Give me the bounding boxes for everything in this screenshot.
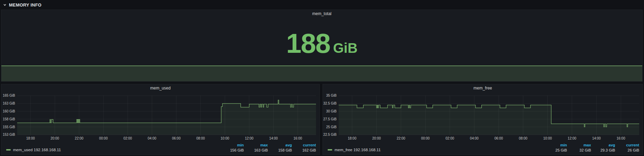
- stat-value-current: 26 GiB: [627, 148, 639, 153]
- svg-text:153 GiB: 153 GiB: [3, 133, 15, 136]
- svg-text:12:00: 12:00: [245, 136, 253, 140]
- svg-text:14:00: 14:00: [269, 136, 278, 140]
- svg-text:00:00: 00:00: [421, 136, 430, 140]
- svg-text:04:00: 04:00: [470, 136, 479, 140]
- panel-mem-used: mem_used 18:0020:0022:0000:0002:0004:000…: [1, 84, 320, 155]
- panel-title-mem-free[interactable]: mem_free: [323, 86, 643, 91]
- panel-title-mem-total[interactable]: mem_total: [1, 11, 642, 16]
- svg-text:16:00: 16:00: [294, 136, 302, 140]
- stat-unit: GiB: [333, 40, 358, 56]
- svg-text:160 GiB: 160 GiB: [3, 109, 15, 113]
- series-color-swatch[interactable]: [328, 149, 332, 151]
- row-title: MEMORY INFO: [9, 2, 42, 8]
- chevron-down-icon: [3, 3, 7, 7]
- sparkline: [1, 65, 642, 81]
- stat-header-max[interactable]: max: [583, 143, 591, 147]
- mem-used-chart-plot[interactable]: 18:0020:0022:0000:0002:0004:0006:0008:00…: [1, 91, 319, 143]
- panel-mem-total: mem_total 188GiB: [1, 10, 643, 82]
- svg-text:02:00: 02:00: [123, 136, 132, 140]
- stat-value-max: 32 GiB: [579, 148, 591, 153]
- svg-text:00:00: 00:00: [99, 136, 108, 140]
- legend-stats-mem-free: min max avg current 25 GiB 32 GiB 29.3 G…: [548, 143, 639, 153]
- svg-text:14:00: 14:00: [592, 136, 601, 140]
- svg-text:30 GiB: 30 GiB: [326, 109, 337, 113]
- svg-text:25 GiB: 25 GiB: [326, 125, 337, 129]
- svg-text:22.5 GiB: 22.5 GiB: [323, 133, 337, 136]
- stat-value-max: 163 GiB: [254, 148, 268, 153]
- stat-header-current[interactable]: current: [303, 143, 316, 147]
- stat-value-avg: 158 GiB: [278, 148, 292, 153]
- svg-text:35 GiB: 35 GiB: [326, 94, 337, 97]
- svg-text:165 GiB: 165 GiB: [3, 94, 15, 97]
- svg-text:18:00: 18:00: [348, 136, 357, 140]
- svg-text:08:00: 08:00: [519, 136, 527, 140]
- legend-stats-mem-used: min max avg current 156 GiB 163 GiB 158 …: [225, 143, 316, 153]
- svg-text:18:00: 18:00: [26, 136, 35, 140]
- grafana-dashboard: MEMORY INFO mem_total 188GiB mem_used 18…: [0, 0, 644, 156]
- series-color-swatch[interactable]: [6, 149, 11, 151]
- svg-text:12:00: 12:00: [568, 136, 576, 140]
- panel-title-mem-used[interactable]: mem_used: [1, 86, 319, 91]
- svg-text:32.5 GiB: 32.5 GiB: [323, 101, 337, 105]
- svg-text:20:00: 20:00: [51, 136, 59, 140]
- stat-header-max[interactable]: max: [260, 143, 268, 147]
- series-label: mem_free 192.168.168.11: [335, 148, 381, 152]
- svg-text:27.5 GiB: 27.5 GiB: [323, 117, 337, 121]
- stat-value-avg: 29.3 GiB: [600, 148, 615, 153]
- stat-header-current[interactable]: current: [626, 143, 639, 147]
- panel-mem-free: mem_free 18:0020:0022:0000:0002:0004:000…: [323, 84, 643, 155]
- stat-value-min: 156 GiB: [230, 148, 244, 153]
- svg-text:04:00: 04:00: [148, 136, 156, 140]
- dashboard-row-header[interactable]: MEMORY INFO: [0, 0, 644, 10]
- stat-value-min: 25 GiB: [555, 148, 567, 153]
- stat-value-current: 162 GiB: [302, 148, 316, 153]
- series-label: mem_used 192.168.168.11: [13, 148, 61, 152]
- stat-value: 188GiB: [1, 30, 642, 57]
- svg-text:155 GiB: 155 GiB: [3, 125, 15, 129]
- stat-header-avg[interactable]: avg: [609, 143, 615, 147]
- svg-text:06:00: 06:00: [494, 136, 503, 140]
- svg-text:158 GiB: 158 GiB: [3, 117, 15, 121]
- stat-header-min[interactable]: min: [237, 143, 244, 147]
- svg-text:06:00: 06:00: [172, 136, 181, 140]
- svg-text:16:00: 16:00: [616, 136, 625, 140]
- stat-number: 188: [286, 28, 330, 59]
- stat-header-min[interactable]: min: [560, 143, 567, 147]
- legend-series-mem-used[interactable]: mem_used 192.168.168.11: [6, 148, 61, 152]
- svg-text:08:00: 08:00: [196, 136, 205, 140]
- svg-text:10:00: 10:00: [221, 136, 229, 140]
- svg-text:163 GiB: 163 GiB: [3, 101, 15, 105]
- stat-header-avg[interactable]: avg: [285, 143, 292, 147]
- svg-text:10:00: 10:00: [543, 136, 552, 140]
- svg-text:20:00: 20:00: [372, 136, 381, 140]
- svg-text:22:00: 22:00: [397, 136, 405, 140]
- svg-text:02:00: 02:00: [446, 136, 454, 140]
- legend-series-mem-free[interactable]: mem_free 192.168.168.11: [328, 148, 381, 152]
- svg-text:22:00: 22:00: [75, 136, 84, 140]
- mem-free-chart-plot[interactable]: 18:0020:0022:0000:0002:0004:0006:0008:00…: [323, 91, 643, 143]
